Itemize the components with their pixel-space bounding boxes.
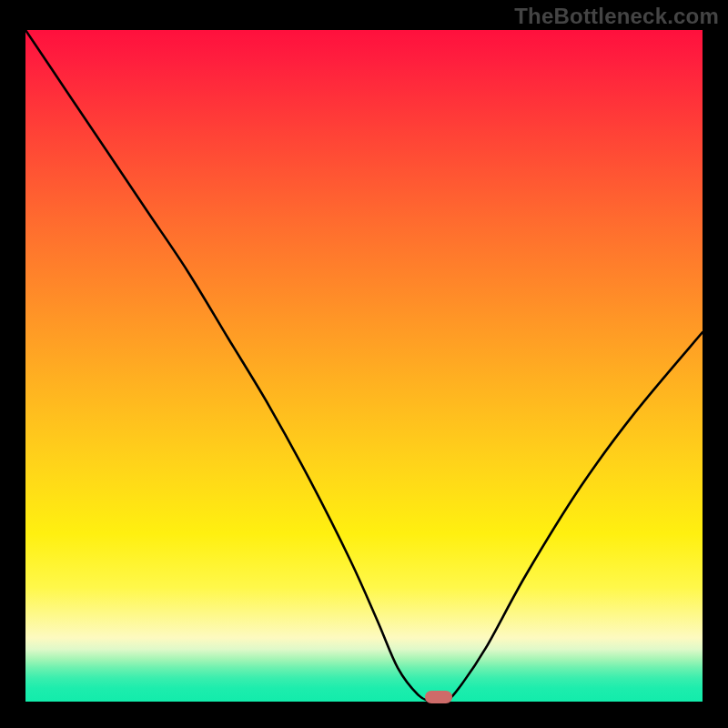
- plot-area: [25, 30, 703, 702]
- optimal-point-marker: [425, 691, 452, 703]
- curve-svg: [25, 30, 703, 702]
- bottleneck-curve-line: [25, 30, 703, 702]
- chart-frame: TheBottleneck.com: [0, 0, 728, 728]
- watermark-text: TheBottleneck.com: [514, 4, 719, 29]
